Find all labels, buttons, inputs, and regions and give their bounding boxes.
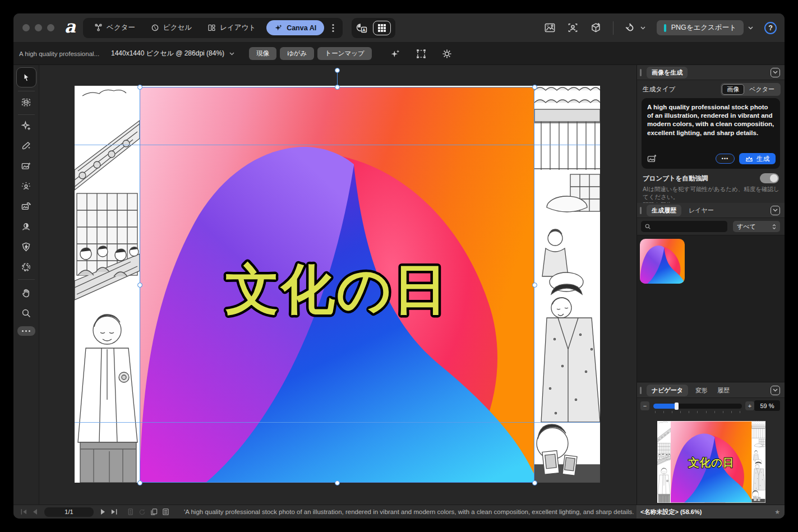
last-page-icon[interactable] (110, 508, 118, 515)
history-search-input[interactable] (654, 223, 716, 230)
marquee-selection-tool[interactable] (19, 94, 34, 110)
tool-divider (18, 91, 35, 91)
tab-layout-label: レイアウト (220, 23, 256, 33)
zoom-window-button[interactable] (47, 24, 54, 31)
zoom-slider[interactable] (653, 404, 742, 409)
move-tool[interactable] (16, 67, 36, 87)
generate-button[interactable]: 生成 (739, 153, 776, 164)
add-image-icon[interactable] (647, 154, 657, 164)
list-view-icon[interactable] (162, 508, 169, 516)
navigator-panel-collapse-button[interactable] (771, 386, 780, 395)
canva-sparkle-icon (274, 24, 283, 32)
text-style-icon[interactable]: A (356, 22, 368, 34)
ai-sparkles-icon[interactable] (390, 48, 401, 59)
canvas-area[interactable]: 文化の日 (39, 65, 636, 505)
navigator-preview-area: 文化の日 (637, 418, 785, 505)
persona-overflow-menu[interactable] (327, 24, 339, 33)
navigator-preview[interactable]: 文化の日 (657, 421, 765, 503)
tab-navigator[interactable]: ナビゲータ (647, 385, 688, 396)
duplicate-icon[interactable] (150, 508, 158, 516)
generate-panel-collapse-button[interactable] (771, 68, 780, 77)
export-options-chevron-icon[interactable] (748, 26, 753, 30)
statusbar: 1/1 'A high quality professional stock p… (13, 505, 785, 519)
selection-handle-bottom-center[interactable] (335, 480, 340, 485)
tab-layout[interactable]: レイアウト (200, 18, 263, 38)
selection-handle-mid-right[interactable] (532, 283, 537, 288)
zoom-in-button[interactable]: + (745, 401, 754, 410)
navigator-zoom-row: − + 59 % (640, 400, 780, 417)
panel-grip[interactable] (640, 207, 642, 214)
document-status-section: <名称未設定> (58.6%) ★ (636, 505, 785, 519)
ai-adjustments-tool[interactable] (19, 118, 34, 133)
minimize-window-button[interactable] (35, 24, 42, 31)
sync-icon[interactable] (139, 508, 146, 516)
tab-transform[interactable]: 変形 (693, 385, 710, 396)
tab-generation-history[interactable]: 生成履歴 (647, 205, 681, 216)
portrait-relight-tool[interactable] (19, 219, 34, 234)
export-png-button[interactable]: PNGをエクスポート (657, 20, 744, 35)
ai-brush-tool[interactable] (19, 138, 34, 154)
modified-star-icon: ★ (774, 508, 780, 516)
previous-page-icon[interactable] (32, 508, 38, 515)
generate-panel-title[interactable]: 画像を生成 (647, 67, 688, 78)
selection-handle-top-right[interactable] (532, 85, 537, 90)
3d-cube-icon[interactable] (590, 22, 602, 34)
more-tools-button[interactable] (17, 326, 35, 336)
pages-icon[interactable] (127, 508, 134, 516)
panel-grip[interactable] (640, 69, 642, 76)
history-search-field[interactable] (641, 221, 727, 232)
tab-vector[interactable]: ベクター (87, 18, 142, 38)
panel-grip[interactable] (640, 387, 642, 394)
zoom-percentage-field[interactable]: 59 % (754, 400, 780, 411)
selection-handle-bottom-left[interactable] (137, 480, 142, 485)
help-button[interactable]: ? (764, 22, 777, 34)
liquify-persona-button[interactable]: ゆがみ (280, 47, 314, 60)
pixel-preview-icon[interactable] (544, 22, 556, 34)
aperture-tool[interactable] (19, 259, 34, 275)
generation-type-segmented: 画像 ベクター (721, 83, 781, 96)
page-indicator[interactable]: 1/1 (44, 507, 94, 517)
zoom-info-chevron-icon[interactable] (229, 52, 234, 55)
zoom-slider-knob[interactable] (675, 403, 679, 410)
person-rays-icon (21, 181, 31, 192)
tonemap-persona-button[interactable]: トーンマップ (317, 47, 371, 60)
settings-gear-icon[interactable] (441, 48, 453, 59)
studio-panels-toggle[interactable] (373, 21, 391, 35)
zoom-tool[interactable] (19, 305, 34, 321)
history-filter-dropdown[interactable]: すべて (733, 221, 780, 232)
selection-handle-bottom-right[interactable] (532, 480, 537, 485)
tab-pixel[interactable]: ピクセル (144, 18, 199, 38)
tab-canva-ai[interactable]: Canva AI (266, 20, 324, 35)
selection-handle-mid-left[interactable] (137, 283, 142, 288)
remove-background-tool[interactable] (19, 178, 34, 194)
prompt-more-button[interactable]: ••• (716, 154, 735, 164)
ai-disclaimer-text: AIは間違いを犯す可能性があるため、精度を確認してください。 (643, 185, 780, 201)
next-page-icon[interactable] (100, 508, 106, 515)
selection-handle-top-left[interactable] (137, 85, 142, 90)
svg-text:A: A (362, 27, 366, 32)
history-panel-collapse-button[interactable] (771, 206, 780, 215)
tab-layers[interactable]: レイヤー (686, 205, 716, 216)
image-replace-icon (21, 201, 31, 212)
prompt-textarea[interactable]: A high quality professional stock photo … (642, 98, 780, 169)
rotation-handle[interactable] (335, 68, 340, 73)
selection-handle-top-center[interactable] (335, 85, 340, 90)
select-subject-icon[interactable] (567, 22, 579, 34)
generation-history-item[interactable] (640, 239, 685, 284)
auto-enhance-toggle[interactable] (760, 173, 779, 183)
snapping-control[interactable] (625, 22, 645, 34)
type-image-option[interactable]: 画像 (722, 84, 744, 95)
document-zoom-info[interactable]: 1440x1440 ピクセル @ 286dpi (84%) (111, 49, 224, 58)
selection-frame-icon[interactable] (416, 48, 427, 59)
zoom-out-button[interactable]: − (640, 401, 649, 410)
type-vector-option[interactable]: ベクター (744, 84, 779, 95)
ai-image-tool[interactable] (19, 158, 34, 174)
context-toolbar-icons (390, 48, 453, 59)
develop-persona-button[interactable]: 現像 (249, 47, 276, 60)
first-page-icon[interactable] (20, 508, 27, 515)
close-window-button[interactable] (22, 24, 30, 31)
image-replace-tool[interactable] (19, 198, 34, 214)
tab-history[interactable]: 履歴 (715, 385, 732, 396)
pan-tool[interactable] (19, 285, 34, 300)
enhance-tool[interactable] (19, 239, 34, 255)
